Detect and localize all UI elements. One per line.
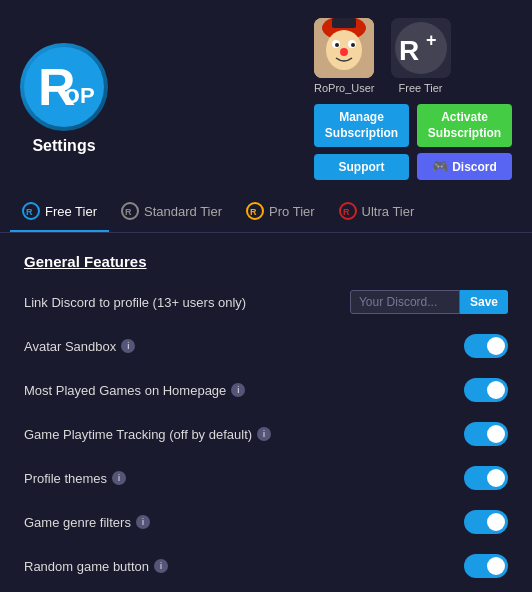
clown-avatar-svg	[314, 18, 374, 78]
toggle-random-game[interactable]	[464, 554, 508, 578]
toggle-playtime-tracking[interactable]	[464, 422, 508, 446]
logo-container: R o P Settings	[20, 43, 108, 155]
header: R o P Settings	[0, 0, 532, 192]
tab-icon-ultra: R	[339, 202, 357, 220]
svg-text:R: R	[125, 207, 132, 217]
discord-button-label: Discord	[452, 160, 497, 174]
toggle-thumb-profile-themes	[487, 469, 505, 487]
user-card-ropro: RoPro_User	[314, 18, 375, 94]
tab-pro-tier-label: Pro Tier	[269, 204, 315, 219]
svg-text:+: +	[426, 30, 437, 50]
feature-label-text-discord-link: Link Discord to profile (13+ users only)	[24, 295, 246, 310]
feature-label-text-profile-themes: Profile themes	[24, 471, 107, 486]
discord-input[interactable]	[350, 290, 460, 314]
feature-row-random-game: Random game button i	[24, 552, 508, 580]
avatar-ropro	[314, 18, 374, 78]
user-cards: RoPro_User R + Free Tier	[314, 18, 451, 94]
avatar-free: R +	[391, 18, 451, 78]
toggle-thumb-genre-filters	[487, 513, 505, 531]
feature-label-discord-link: Link Discord to profile (13+ users only)	[24, 295, 350, 310]
logo-svg: R o P	[24, 47, 104, 127]
section-title: General Features	[24, 253, 508, 270]
svg-text:P: P	[80, 83, 95, 108]
svg-text:o: o	[64, 79, 80, 109]
toggle-most-played[interactable]	[464, 378, 508, 402]
toggle-thumb-random-game	[487, 557, 505, 575]
discord-icon: 🎮	[432, 159, 448, 174]
info-icon-profile-themes[interactable]: i	[112, 471, 126, 485]
tab-pro-tier[interactable]: R Pro Tier	[234, 192, 327, 232]
feature-label-text-genre-filters: Game genre filters	[24, 515, 131, 530]
toggle-thumb-avatar-sandbox	[487, 337, 505, 355]
feature-label-text-playtime-tracking: Game Playtime Tracking (off by default)	[24, 427, 252, 442]
toggle-genre-filters[interactable]	[464, 510, 508, 534]
tabs-bar: R Free Tier R Standard Tier R Pro Tier R…	[0, 192, 532, 233]
svg-point-9	[335, 43, 339, 47]
support-button[interactable]: Support	[314, 154, 409, 180]
action-buttons-row2: Support 🎮 Discord	[314, 153, 512, 180]
tab-standard-tier-label: Standard Tier	[144, 204, 222, 219]
tab-icon-free: R	[22, 202, 40, 220]
feature-label-text-random-game: Random game button	[24, 559, 149, 574]
toggle-track-profile-themes[interactable]	[464, 466, 508, 490]
header-right: RoPro_User R + Free Tier ManageSubscript…	[314, 18, 512, 180]
feature-label-genre-filters: Game genre filters i	[24, 515, 464, 530]
tab-ultra-tier[interactable]: R Ultra Tier	[327, 192, 427, 232]
feature-label-avatar-sandbox: Avatar Sandbox i	[24, 339, 464, 354]
svg-point-10	[351, 43, 355, 47]
feature-label-profile-themes: Profile themes i	[24, 471, 464, 486]
save-discord-button[interactable]: Save	[460, 290, 508, 314]
feature-row-profile-themes: Profile themes i	[24, 464, 508, 492]
toggle-track-random-game[interactable]	[464, 554, 508, 578]
logo-circle: R o P	[20, 43, 108, 131]
tab-icon-standard: R	[121, 202, 139, 220]
feature-label-most-played: Most Played Games on Homepage i	[24, 383, 464, 398]
svg-text:R: R	[26, 207, 33, 217]
toggle-avatar-sandbox[interactable]	[464, 334, 508, 358]
info-icon-most-played[interactable]: i	[231, 383, 245, 397]
toggle-track-genre-filters[interactable]	[464, 510, 508, 534]
info-icon-playtime-tracking[interactable]: i	[257, 427, 271, 441]
user-card-free: R + Free Tier	[391, 18, 451, 94]
feature-row-discord-link: Link Discord to profile (13+ users only)…	[24, 288, 508, 316]
toggle-track-most-played[interactable]	[464, 378, 508, 402]
settings-label: Settings	[32, 137, 95, 155]
tab-ultra-tier-label: Ultra Tier	[362, 204, 415, 219]
tab-standard-tier[interactable]: R Standard Tier	[109, 192, 234, 232]
manage-subscription-button[interactable]: ManageSubscription	[314, 104, 409, 147]
svg-text:R: R	[399, 35, 419, 66]
svg-point-11	[340, 48, 348, 56]
logo-text: R o P	[24, 47, 104, 127]
tier-label-free: Free Tier	[399, 82, 443, 94]
tab-icon-pro: R	[246, 202, 264, 220]
feature-label-random-game: Random game button i	[24, 559, 464, 574]
discord-button[interactable]: 🎮 Discord	[417, 153, 512, 180]
feature-row-avatar-sandbox: Avatar Sandbox i	[24, 332, 508, 360]
discord-input-group: Save	[350, 290, 508, 314]
feature-row-genre-filters: Game genre filters i	[24, 508, 508, 536]
svg-text:R: R	[250, 207, 257, 217]
info-icon-genre-filters[interactable]: i	[136, 515, 150, 529]
main-content: General Features Link Discord to profile…	[0, 233, 532, 592]
toggle-thumb-most-played	[487, 381, 505, 399]
feature-label-playtime-tracking: Game Playtime Tracking (off by default) …	[24, 427, 464, 442]
username-ropro: RoPro_User	[314, 82, 375, 94]
feature-row-playtime-tracking: Game Playtime Tracking (off by default) …	[24, 420, 508, 448]
feature-label-text-most-played: Most Played Games on Homepage	[24, 383, 226, 398]
info-icon-random-game[interactable]: i	[154, 559, 168, 573]
feature-row-most-played: Most Played Games on Homepage i	[24, 376, 508, 404]
svg-text:R: R	[343, 207, 350, 217]
tab-free-tier[interactable]: R Free Tier	[10, 192, 109, 232]
toggle-thumb-playtime-tracking	[487, 425, 505, 443]
tab-free-tier-label: Free Tier	[45, 204, 97, 219]
svg-rect-12	[332, 18, 356, 28]
toggle-track-playtime-tracking[interactable]	[464, 422, 508, 446]
info-icon-avatar-sandbox[interactable]: i	[121, 339, 135, 353]
toggle-profile-themes[interactable]	[464, 466, 508, 490]
activate-subscription-button[interactable]: ActivateSubscription	[417, 104, 512, 147]
action-buttons-row1: ManageSubscription ActivateSubscription	[314, 104, 512, 147]
toggle-track-avatar-sandbox[interactable]	[464, 334, 508, 358]
feature-label-text-avatar-sandbox: Avatar Sandbox	[24, 339, 116, 354]
ropro-plus-avatar-svg: R +	[391, 18, 451, 78]
